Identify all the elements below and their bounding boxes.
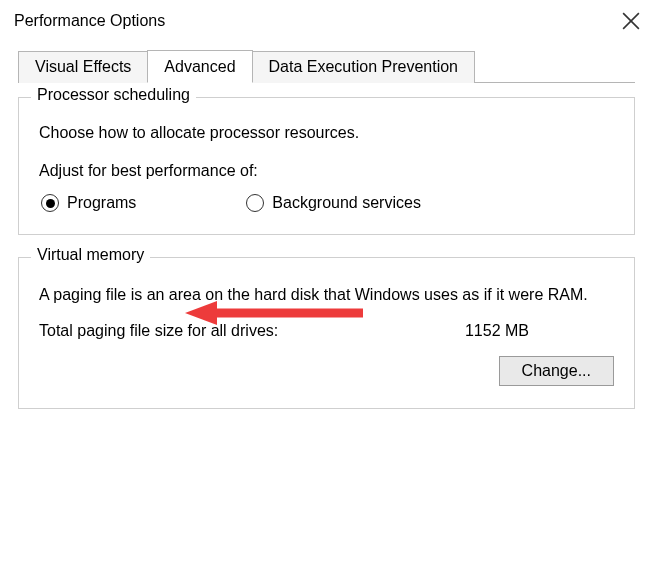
- groupbox-legend: Processor scheduling: [31, 86, 196, 104]
- adjust-label: Adjust for best performance of:: [39, 162, 614, 180]
- paging-size-value: 1152 MB: [465, 322, 529, 340]
- close-button[interactable]: [609, 4, 653, 38]
- tab-visual-effects[interactable]: Visual Effects: [18, 51, 148, 83]
- tab-panel-advanced: Processor scheduling Choose how to alloc…: [18, 97, 635, 409]
- radio-label: Programs: [67, 194, 136, 212]
- radio-background-services[interactable]: Background services: [246, 194, 421, 212]
- radio-group-performance: Programs Background services: [39, 194, 614, 212]
- radio-icon: [41, 194, 59, 212]
- tab-advanced[interactable]: Advanced: [147, 50, 252, 83]
- virtual-memory-description: A paging file is an area on the hard dis…: [39, 284, 614, 306]
- titlebar: Performance Options: [0, 0, 653, 38]
- paging-size-label: Total paging file size for all drives:: [39, 322, 278, 340]
- groupbox-virtual-memory: Virtual memory A paging file is an area …: [18, 257, 635, 409]
- tab-bar: Visual Effects Advanced Data Execution P…: [18, 50, 635, 83]
- processor-description: Choose how to allocate processor resourc…: [39, 124, 614, 142]
- groupbox-processor-scheduling: Processor scheduling Choose how to alloc…: [18, 97, 635, 235]
- close-icon: [622, 12, 640, 30]
- groupbox-legend: Virtual memory: [31, 246, 150, 264]
- radio-icon: [246, 194, 264, 212]
- radio-programs[interactable]: Programs: [41, 194, 136, 212]
- radio-label: Background services: [272, 194, 421, 212]
- change-button[interactable]: Change...: [499, 356, 614, 386]
- tab-data-execution-prevention[interactable]: Data Execution Prevention: [252, 51, 475, 83]
- window-title: Performance Options: [14, 12, 165, 30]
